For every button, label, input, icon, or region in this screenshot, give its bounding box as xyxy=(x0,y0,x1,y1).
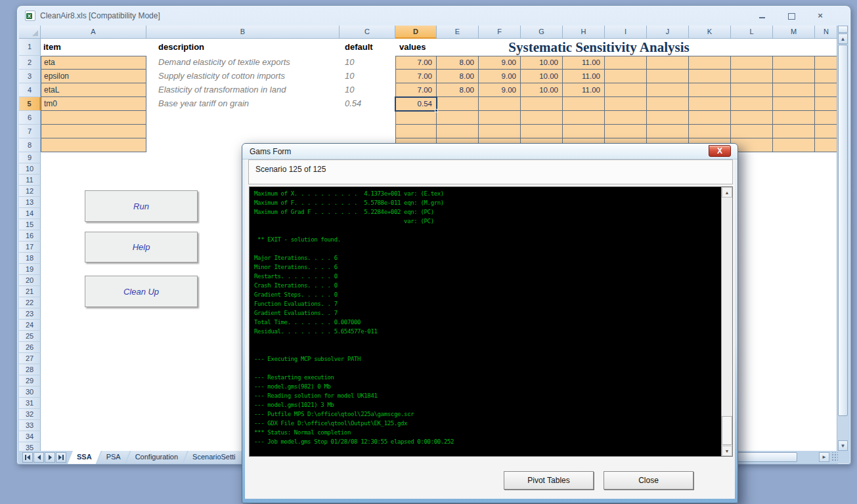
tab-configuration[interactable]: Configuration xyxy=(126,451,187,464)
row-header-15[interactable]: 15 xyxy=(19,219,41,230)
cell-M5[interactable] xyxy=(773,97,815,111)
tab-scenariosettings[interactable]: ScenarioSetti xyxy=(183,451,244,464)
dialog-close-icon[interactable]: X xyxy=(709,145,731,157)
row-header-17[interactable]: 17 xyxy=(19,242,41,253)
cell-J6[interactable] xyxy=(647,111,689,125)
scroll-right-icon[interactable]: ► xyxy=(819,452,829,462)
cell-A7[interactable] xyxy=(41,125,146,138)
cell-A8[interactable] xyxy=(41,138,146,152)
cell-I2[interactable] xyxy=(605,56,647,70)
console-scroll-down-icon[interactable]: ▼ xyxy=(722,446,732,456)
value-cell-F3[interactable]: 9.00 xyxy=(479,70,516,83)
row-header-2[interactable]: 2 xyxy=(19,56,41,70)
row-header-13[interactable]: 13 xyxy=(19,197,41,208)
cell-N5[interactable] xyxy=(815,97,838,111)
row-header-6[interactable]: 6 xyxy=(19,111,41,125)
cell-F7[interactable] xyxy=(479,125,521,138)
cell-E6[interactable] xyxy=(437,111,479,125)
column-header-I[interactable]: I xyxy=(605,26,647,39)
resize-grip[interactable] xyxy=(831,452,838,462)
row-header-28[interactable]: 28 xyxy=(19,364,41,375)
scrollbar-split-handle[interactable] xyxy=(838,26,848,33)
cell-L4[interactable] xyxy=(731,83,773,97)
fill-handle[interactable] xyxy=(435,109,438,112)
cell-I7[interactable] xyxy=(605,125,647,138)
cell-L5[interactable] xyxy=(731,97,773,111)
column-header-H[interactable]: H xyxy=(563,26,605,39)
cell-I4[interactable] xyxy=(605,83,647,97)
cell-D7[interactable] xyxy=(395,125,437,138)
value-cell-G4[interactable]: 10.00 xyxy=(521,83,558,97)
row-header-21[interactable]: 21 xyxy=(19,286,41,297)
run-button[interactable]: Run xyxy=(85,190,198,222)
cell-N2[interactable] xyxy=(815,56,838,70)
cell-K3[interactable] xyxy=(689,70,731,83)
row-header-8[interactable]: 8 xyxy=(19,138,41,152)
prev-sheet-icon[interactable] xyxy=(33,452,44,463)
row-header-34[interactable]: 34 xyxy=(19,431,41,442)
maximize-icon[interactable] xyxy=(787,12,795,20)
cell-N3[interactable] xyxy=(815,70,838,83)
column-header-L[interactable]: L xyxy=(731,26,773,39)
value-cell-H4[interactable]: 11.00 xyxy=(563,83,600,97)
column-header-M[interactable]: M xyxy=(773,26,815,39)
value-cell-F4[interactable]: 9.00 xyxy=(479,83,516,97)
value-cell-G3[interactable]: 10.00 xyxy=(521,70,558,83)
row-header-20[interactable]: 20 xyxy=(19,275,41,286)
row-header-22[interactable]: 22 xyxy=(19,297,41,308)
column-header-G[interactable]: G xyxy=(521,26,563,39)
help-button[interactable]: Help xyxy=(85,232,198,262)
cell-K7[interactable] xyxy=(689,125,731,138)
cell-D6[interactable] xyxy=(395,111,437,125)
cell-G7[interactable] xyxy=(521,125,563,138)
column-header-A[interactable]: A xyxy=(41,26,146,39)
column-header-C[interactable]: C xyxy=(340,26,395,39)
cell-L2[interactable] xyxy=(731,56,773,70)
row-header-3[interactable]: 3 xyxy=(19,70,41,83)
cell-J3[interactable] xyxy=(647,70,689,83)
console-scroll-up-icon[interactable]: ▲ xyxy=(722,187,732,198)
cell-I5[interactable] xyxy=(605,97,647,111)
cell-K5[interactable] xyxy=(689,97,731,111)
column-header-K[interactable]: K xyxy=(689,26,731,39)
row-header-1[interactable]: 1 xyxy=(19,39,41,56)
value-cell-E4[interactable]: 8.00 xyxy=(437,83,474,97)
console-scroll-thumb[interactable] xyxy=(722,416,732,445)
row-header-9[interactable]: 9 xyxy=(19,152,41,163)
close-icon[interactable]: × xyxy=(816,12,824,20)
value-cell-E3[interactable]: 8.00 xyxy=(437,70,474,83)
cell-M2[interactable] xyxy=(773,56,815,70)
row-header-18[interactable]: 18 xyxy=(19,253,41,264)
column-header-D[interactable]: D xyxy=(395,26,437,39)
scroll-down-icon[interactable]: ▼ xyxy=(838,440,848,451)
value-cell-D4[interactable]: 7.00 xyxy=(395,83,432,97)
console-scrollbar[interactable]: ▲ ▼ xyxy=(721,187,732,456)
cell-E7[interactable] xyxy=(437,125,479,138)
row-header-33[interactable]: 33 xyxy=(19,420,41,431)
cell-N8[interactable] xyxy=(815,138,838,152)
cell-N7[interactable] xyxy=(815,125,838,138)
cell-G5[interactable] xyxy=(521,97,563,111)
row-header-7[interactable]: 7 xyxy=(19,125,41,138)
close-button[interactable]: Close xyxy=(604,471,693,490)
cell-K4[interactable] xyxy=(689,83,731,97)
tab-ssa[interactable]: SSA xyxy=(68,451,101,464)
column-header-E[interactable]: E xyxy=(437,26,479,39)
value-cell-D2[interactable]: 7.00 xyxy=(395,56,432,70)
cell-M4[interactable] xyxy=(773,83,815,97)
column-header-B[interactable]: B xyxy=(146,26,340,39)
cell-M8[interactable] xyxy=(773,138,815,152)
cell-M7[interactable] xyxy=(773,125,815,138)
row-header-11[interactable]: 11 xyxy=(19,175,41,186)
row-header-26[interactable]: 26 xyxy=(19,342,41,353)
value-cell-D3[interactable]: 7.00 xyxy=(395,70,432,83)
vertical-scroll-thumb[interactable] xyxy=(838,45,848,416)
row-header-24[interactable]: 24 xyxy=(19,320,41,331)
active-cell-selection[interactable] xyxy=(395,96,437,112)
cell-K6[interactable] xyxy=(689,111,731,125)
row-header-27[interactable]: 27 xyxy=(19,353,41,364)
cell-I6[interactable] xyxy=(605,111,647,125)
cell-F5[interactable] xyxy=(479,97,521,111)
row-header-30[interactable]: 30 xyxy=(19,387,41,398)
column-header-J[interactable]: J xyxy=(647,26,689,39)
